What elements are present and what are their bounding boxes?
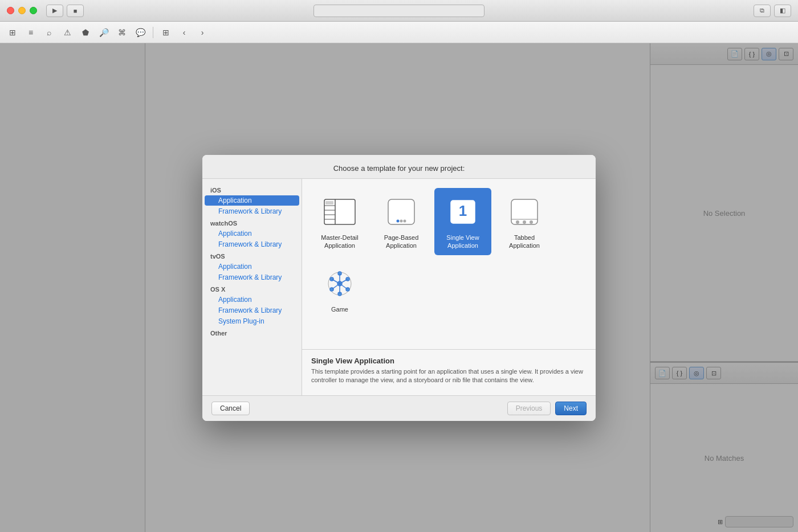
title-bar: ▶ ■ ⧉ ◧: [0, 0, 798, 22]
nav-buttons: Previous Next: [507, 402, 587, 415]
maximize-button[interactable]: [30, 7, 37, 14]
sidebar-section-other: Other: [202, 328, 302, 338]
grid-view-btn[interactable]: ⊞: [5, 24, 21, 40]
svg-point-8: [397, 219, 400, 222]
title-bar-controls: ▶ ■: [46, 5, 84, 17]
sidebar-item-ios-application[interactable]: Application: [205, 195, 299, 206]
traffic-lights: [7, 7, 37, 14]
sidebar-header-tvos: tvOS: [202, 251, 302, 261]
minimize-button[interactable]: [18, 7, 26, 14]
toolbar: ⊞ ≡ ⌕ ⚠ ⬟ 🔎 ⌘ 💬 ⊞ ‹ ›: [0, 22, 798, 43]
modal-description: Single View Application This template pr…: [302, 350, 596, 395]
single-view-icon: 1: [445, 194, 481, 230]
find-btn[interactable]: 🔎: [96, 24, 112, 40]
sidebar-header-other: Other: [202, 328, 302, 338]
svg-point-16: [523, 220, 526, 224]
modal-footer: Cancel Previous Next: [202, 395, 596, 421]
warning-btn[interactable]: ⚠: [59, 24, 75, 40]
sidebar-item-ios-framework[interactable]: Framework & Library: [205, 206, 299, 216]
bookmark-btn[interactable]: ⬟: [78, 24, 93, 40]
sidebar-header-osx: OS X: [202, 284, 302, 294]
run-button[interactable]: ▶: [46, 5, 63, 17]
game-icon: [321, 265, 358, 302]
modal-title: Choose a template for your new project:: [202, 155, 596, 179]
toolbar-sep-1: [153, 27, 153, 38]
title-bar-right: ⧉ ◧: [754, 5, 791, 17]
template-single-view[interactable]: 1 Single View Application: [434, 188, 491, 256]
template-master-detail[interactable]: Master-Detail Application: [311, 188, 368, 256]
navigator-toggle[interactable]: ◧: [774, 5, 791, 17]
game-label: Game: [331, 305, 348, 313]
sidebar-item-tvos-application[interactable]: Application: [205, 261, 299, 272]
svg-point-15: [516, 220, 519, 224]
sidebar-item-osx-plugin[interactable]: System Plug-in: [205, 316, 299, 326]
modal-dialog: Choose a template for your new project: …: [202, 155, 596, 421]
svg-rect-6: [325, 201, 333, 204]
hierarchy-btn[interactable]: ⌘: [114, 24, 130, 40]
stop-button[interactable]: ■: [67, 5, 84, 17]
description-text: This template provides a starting point …: [311, 367, 587, 385]
master-detail-icon: [321, 194, 358, 230]
description-title: Single View Application: [311, 357, 587, 365]
template-game[interactable]: Game: [311, 260, 368, 319]
modal-sidebar: iOS Application Framework & Library watc…: [202, 179, 302, 395]
svg-point-9: [400, 219, 403, 222]
back-btn[interactable]: ‹: [176, 24, 192, 40]
modal-overlay: Choose a template for your new project: …: [0, 43, 798, 532]
svg-line-28: [332, 284, 340, 289]
master-detail-label: Master-Detail Application: [316, 234, 364, 250]
main-area: 📄 { } ◎ ⊡ No Selection 📄 { } ◎ ⊡ No Matc…: [0, 43, 798, 532]
close-button[interactable]: [7, 7, 14, 14]
svg-point-17: [530, 220, 533, 224]
sidebar-item-watchos-application[interactable]: Application: [205, 228, 299, 239]
sidebar-section-watchos: watchOS Application Framework & Library: [202, 218, 302, 249]
modal-body: iOS Application Framework & Library watc…: [202, 179, 596, 395]
single-view-label: Single View Application: [439, 234, 487, 250]
search-btn[interactable]: ⌕: [41, 24, 57, 40]
svg-line-29: [340, 284, 348, 289]
list-view-btn[interactable]: ≡: [23, 24, 39, 40]
tabbed-icon: [506, 194, 543, 230]
sidebar-section-tvos: tvOS Application Framework & Library: [202, 251, 302, 283]
previous-button[interactable]: Previous: [507, 402, 551, 415]
sidebar-section-osx: OS X Application Framework & Library Sys…: [202, 284, 302, 326]
svg-point-10: [404, 219, 406, 222]
sidebar-item-osx-framework[interactable]: Framework & Library: [205, 305, 299, 316]
template-tabbed[interactable]: Tabbed Application: [496, 188, 553, 256]
sidebar-item-watchos-framework[interactable]: Framework & Library: [205, 239, 299, 249]
title-bar-search: [314, 5, 484, 17]
next-button[interactable]: Next: [555, 402, 587, 415]
sidebar-item-osx-application[interactable]: Application: [205, 294, 299, 305]
modal-content: Master-Detail Application: [302, 179, 596, 395]
comment-btn[interactable]: 💬: [132, 24, 148, 40]
template-grid: Master-Detail Application: [302, 179, 596, 350]
tabbed-label: Tabbed Application: [500, 234, 548, 250]
page-based-icon: [383, 194, 420, 230]
svg-text:1: 1: [459, 202, 467, 219]
sidebar-section-ios: iOS Application Framework & Library: [202, 185, 302, 216]
sidebar-header-watchos: watchOS: [202, 218, 302, 228]
template-page-based[interactable]: Page-Based Application: [373, 188, 430, 256]
sidebar-item-tvos-framework[interactable]: Framework & Library: [205, 272, 299, 283]
forward-btn[interactable]: ›: [194, 24, 210, 40]
cancel-button[interactable]: Cancel: [211, 402, 250, 415]
grid-btn[interactable]: ⊞: [158, 24, 174, 40]
sidebar-header-ios: iOS: [202, 185, 302, 195]
page-based-label: Page-Based Application: [377, 234, 425, 250]
inspector-toggle[interactable]: ⧉: [754, 5, 771, 17]
